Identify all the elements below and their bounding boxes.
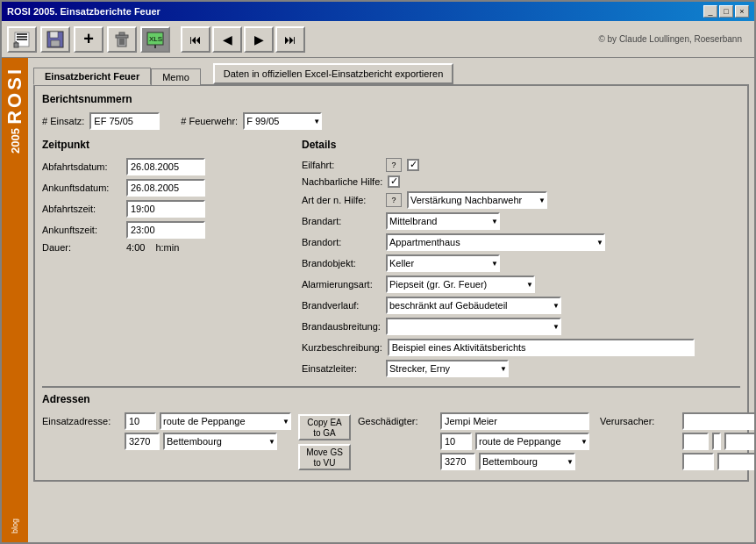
delete-button[interactable] [107,26,137,53]
nav-last-button[interactable]: ⏭ [275,26,305,53]
geschaedigter-block: Geschädigter: route de Peppange [358,412,589,473]
abfahrtszeit-input[interactable] [126,200,205,218]
alarmierungsart-row: Alarmierungsart: Piepseit (gr. Gr. Feuer… [302,276,740,293]
brandausbreitung-select-wrapper: ▼ [386,318,561,335]
move-gs-to-vu-button[interactable]: Move GSto VU [298,444,351,470]
kurzbeschreibung-row: Kurzbeschreibung: [302,339,740,356]
close-button[interactable]: × [735,5,749,18]
copyright-text: © by Claude Loullingen, Roeserbann [598,34,742,44]
vu-street-select[interactable] [724,433,754,450]
vu-city-select[interactable] [717,453,754,470]
abfahrtszeit-label: Abfahrtszeit: [42,204,121,214]
two-columns: Zeitpunkt Abfahrtsdatum: Ankunftsdatum: … [42,139,740,381]
nav-first-button[interactable]: ⏮ [181,26,210,53]
tab-einsatzbericht[interactable]: Einsatzbericht Feuer [33,68,151,85]
einsatz-label: # Einsatz: [42,116,84,126]
vu-zip-input[interactable] [682,453,714,470]
einsatz-input[interactable] [89,112,160,130]
einsatzadresse-left: Einsatzadresse: route de Peppange ▼ [42,412,291,453]
brandausbreitung-row: Brandausbreitung: ▼ [302,318,740,335]
gs-city-select[interactable]: Bettembourg [479,453,575,470]
ea-street-select[interactable]: route de Peppange [160,412,291,430]
ea-city-select[interactable]: Bettembourg [163,433,277,450]
einsatzadresse-block: Einsatzadresse: route de Peppange ▼ [42,412,740,473]
art-row: Art der n. Hilfe: ? Verstärkung Nachbarw… [302,191,740,209]
brandverlauf-select[interactable]: beschränkt auf Gebäudeteil [386,297,561,314]
orange-sidebar: ROSI 2005 blog [2,58,28,542]
gs-num-input[interactable] [440,433,472,450]
vu-name-input[interactable] [682,412,754,430]
export-excel-button[interactable]: Daten in offiziellen Excel-Einsatzberich… [213,63,453,84]
brandart-select-wrapper: Mittelbrand ▼ [386,212,500,230]
einsatzleiter-select-wrapper: Strecker, Erny ▼ [386,360,509,377]
geschaedigter-row2: Bettembourg ▼ [358,453,589,470]
brandort-select-wrapper: Appartmenthaus ▼ [386,233,605,251]
geschaedigter-row1: route de Peppange ▼ [358,433,589,450]
einsatzleiter-label: Einsatzleiter: [302,363,381,374]
vu-city-wrapper: ▼ [717,453,754,470]
sidebar-blog: blog [11,519,19,533]
toolbar: + XLS ⏮ [2,21,754,58]
brandart-select[interactable]: Mittelbrand [386,212,500,230]
ea-num-input[interactable] [125,412,156,430]
geschaedigter-row0: Geschädigter: [358,412,589,430]
ea-zip-input[interactable] [125,433,160,450]
brandort-select[interactable]: Appartmenthaus [386,233,605,251]
tab-memo[interactable]: Memo [151,68,201,85]
svg-rect-6 [50,32,58,38]
vu-num2-input[interactable] [712,433,721,450]
main-content: Einsatzbericht Feuer Memo Daten in offiz… [28,58,754,542]
brandausbreitung-select[interactable] [386,318,561,335]
alarmierungsart-select[interactable]: Piepseit (gr. Gr. Feuer) [386,276,535,293]
ankunftszeit-input[interactable] [126,221,205,239]
window-controls: _ □ × [703,5,749,18]
dauer-value: 4:00 [126,242,145,253]
brandobjekt-label: Brandobjekt: [302,258,381,268]
svg-text:XLS: XLS [149,35,162,43]
eilfahrt-hint-btn[interactable]: ? [386,158,402,172]
export-button[interactable]: XLS [140,26,170,53]
gs-street-select[interactable]: route de Peppange [475,433,589,450]
gs-name-input[interactable] [440,412,589,430]
einsatzleiter-select[interactable]: Strecker, Erny [386,360,509,377]
art-select[interactable]: Verstärkung Nachbarwehr [407,191,547,209]
brandobjekt-select[interactable]: Keller [386,254,500,272]
feuerwehr-select[interactable]: F 99/05 [243,112,322,130]
berichtsnummern-title: Berichtsnummern [42,93,740,105]
tabs-row: Einsatzbericht Feuer Memo Daten in offiz… [33,63,749,84]
ankunftsdatum-label: Ankunftsdatum: [42,183,121,193]
brandart-label: Brandart: [302,216,381,226]
nachbarliche-checkbox[interactable] [388,175,400,188]
einsatzadresse-row1: Einsatzadresse: route de Peppange ▼ [42,412,291,430]
maximize-button[interactable]: □ [719,5,733,18]
art-label: Art der n. Hilfe: [302,195,381,205]
feuerwehr-select-wrapper: F 99/05 ▼ [243,112,322,130]
einsatz-row: # Einsatz: [42,112,160,130]
brandobjekt-select-wrapper: Keller ▼ [386,254,500,272]
copy-ea-to-ga-button[interactable]: Copy EAto GA [298,414,351,440]
ankunftsdatum-input[interactable] [126,179,205,197]
edit-button[interactable] [7,26,37,53]
eilfahrt-row: Eilfahrt: ? [302,158,740,172]
save-button[interactable] [40,26,70,53]
details-title: Details [302,139,740,151]
gs-zip-input[interactable] [440,453,475,470]
abfahrtsdatum-input[interactable] [126,158,205,175]
nav-prev-button[interactable]: ◀ [212,26,242,53]
nav-next-button[interactable]: ▶ [244,26,274,53]
minimize-button[interactable]: _ [703,5,717,18]
kurzbeschreibung-input[interactable] [388,339,695,356]
zeitpunkt-section: Zeitpunkt Abfahrtsdatum: Ankunftsdatum: … [42,139,288,381]
details-section: Details Eilfahrt: ? Nachbarliche Hilfe: … [302,139,740,381]
adressen-section: Adressen Einsatzadresse: route de Peppan… [42,386,740,473]
brandart-row: Brandart: Mittelbrand ▼ [302,212,740,230]
brandort-label: Brandort: [302,237,381,247]
vu-num-input[interactable] [682,433,709,450]
add-button[interactable]: + [74,26,103,53]
einsatzadresse-row2: Bettembourg ▼ [42,433,291,450]
adressen-title: Adressen [42,393,740,405]
eilfahrt-checkbox[interactable] [407,159,419,171]
art-hint-btn[interactable]: ? [386,193,402,207]
ankunftsdatum-row: Ankunftsdatum: [42,179,288,197]
brandverlauf-label: Brandverlauf: [302,300,381,311]
